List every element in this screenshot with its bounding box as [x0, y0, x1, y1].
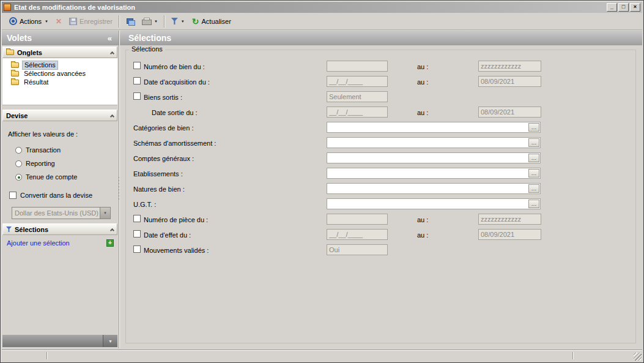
actions-label: Actions [20, 18, 42, 25]
actions-button[interactable]: Actions ▼ [6, 15, 52, 28]
schemas-amortissement-input[interactable]: … [327, 137, 541, 148]
radio-tenue-de-compte[interactable]: Tenue de compte [15, 173, 77, 181]
mouvements-valides-input[interactable]: Oui [327, 244, 388, 255]
close-button[interactable]: × [630, 3, 640, 12]
etablissements-label: Etablissements : [133, 170, 183, 178]
ugt-input[interactable]: … [327, 198, 541, 209]
title-bar: Etat des modifications de valorisation _… [2, 2, 642, 13]
resize-grip[interactable] [634, 353, 642, 361]
convert-devise-checkbox-row[interactable]: Convertir dans la devise [9, 192, 92, 199]
tree-item-resultat[interactable]: Résultat [2, 78, 117, 86]
chevron-down-icon[interactable]: ▼ [100, 208, 110, 219]
filter-icon [171, 18, 178, 24]
date-effet-checkbox[interactable] [133, 230, 141, 238]
form-row-etablissements: Etablissements :… [120, 167, 642, 182]
form-row-mouvements-valides: Mouvements validés :Oui [120, 243, 642, 258]
devise-title: Devise [6, 112, 28, 119]
maximize-button[interactable]: □ [618, 3, 629, 12]
numero-bien-checkbox[interactable] [133, 62, 141, 69]
layers-icon [126, 17, 135, 25]
tree-item-selections-avancees[interactable]: Sélections avancées [2, 69, 117, 78]
natures-bien-ellipsis-button[interactable]: … [528, 184, 539, 193]
date-acquisition-to-input[interactable]: 08/09/2021 [478, 76, 541, 87]
chevron-up-icon [110, 114, 114, 118]
section-onglets[interactable]: Onglets [2, 47, 117, 58]
currency-select[interactable]: Dollar des Etats-Unis (USD) ▼ [12, 207, 111, 219]
chevron-down-icon: ▼ [45, 20, 48, 23]
toolbar-separator [164, 15, 165, 28]
form-row-biens-sortis: Biens sortis :Seulement [120, 90, 642, 105]
tree-item-selections[interactable]: Sélections [2, 61, 117, 69]
onglets-title: Onglets [17, 49, 42, 56]
selections-title: Sélections [15, 226, 48, 233]
mouvements-valides-label: Mouvements validés : [144, 247, 209, 254]
app-icon [4, 4, 11, 11]
ugt-ellipsis-button[interactable]: … [528, 200, 539, 208]
filter-button[interactable]: ▼ [168, 15, 188, 28]
date-effet-from-input[interactable]: __/__/____ [327, 229, 388, 240]
tree-item-label: Résultat [22, 78, 50, 86]
date-sortie-to-input[interactable]: 08/09/2021 [478, 107, 541, 118]
biens-sortis-checkbox[interactable] [133, 92, 141, 100]
numero-piece-checkbox[interactable] [133, 215, 141, 222]
date-sortie-from-input[interactable]: __/__/____ [327, 107, 388, 118]
categories-bien-ellipsis-button[interactable]: … [528, 123, 539, 132]
currency-value: Dollar des Etats-Unis (USD) [15, 209, 100, 217]
radio-label: Tenue de compte [26, 173, 77, 181]
sidebar-bottom-bar[interactable]: ▼ [2, 335, 117, 347]
radio-reporting[interactable]: Reporting [15, 160, 55, 167]
save-button[interactable]: Enregistrer [65, 15, 116, 28]
comptes-generaux-input[interactable]: … [327, 152, 541, 163]
sidebar-header: Volets « [2, 31, 119, 45]
section-devise[interactable]: Devise [2, 110, 117, 121]
date-acquisition-from-input[interactable]: __/__/____ [327, 76, 388, 87]
convert-devise-checkbox[interactable] [9, 192, 17, 199]
save-label: Enregistrer [80, 18, 113, 25]
collapse-sidebar-button[interactable]: « [106, 34, 114, 43]
print-button[interactable]: ▼ [138, 15, 161, 28]
add-icon[interactable]: + [106, 239, 114, 247]
biens-sortis-input[interactable]: Seulement [327, 91, 388, 102]
radio-label: Reporting [26, 160, 55, 167]
natures-bien-label: Natures de bien : [133, 185, 185, 193]
chevron-down-icon[interactable]: ▼ [103, 335, 117, 347]
numero-piece-to-input[interactable]: zzzzzzzzzzzz [478, 214, 541, 225]
numero-bien-au-label: au : [417, 63, 428, 70]
date-sortie-label: Date sortie du : [152, 109, 198, 116]
delete-button[interactable]: ✕ [52, 15, 65, 28]
ugt-label: U.G.T. : [133, 201, 156, 208]
mouvements-valides-checkbox[interactable] [133, 245, 141, 253]
refresh-button[interactable]: ↻ Actualiser [188, 15, 235, 28]
form-row-numero-bien: Numéro de bien du :au :zzzzzzzzzzzz [120, 59, 642, 75]
form-row-date-acquisition: Date d'acquisition du :__/__/____au :08/… [120, 75, 642, 90]
minimize-button[interactable]: _ [607, 3, 617, 12]
natures-bien-input[interactable]: … [327, 183, 541, 194]
numero-bien-from-input[interactable] [327, 61, 388, 72]
app-window: Etat des modifications de valorisation _… [0, 0, 644, 363]
add-selection-link[interactable]: Ajouter une sélection [7, 239, 70, 247]
delete-icon: ✕ [56, 17, 62, 26]
form-row-natures-bien: Natures de bien :… [120, 182, 642, 197]
folder-icon [6, 50, 14, 55]
date-effet-label: Date d'effet du : [144, 231, 191, 239]
chevron-down-icon: ▼ [154, 20, 158, 23]
schemas-amortissement-ellipsis-button[interactable]: … [528, 138, 539, 147]
comptes-generaux-ellipsis-button[interactable]: … [528, 154, 539, 162]
radio-transaction[interactable]: Transaction [15, 146, 61, 154]
numero-bien-to-input[interactable]: zzzzzzzzzzzz [478, 61, 541, 72]
categories-bien-input[interactable]: … [327, 122, 541, 133]
statusbar-divider [572, 352, 574, 359]
chevron-up-icon [110, 51, 114, 55]
etablissements-input[interactable]: … [327, 168, 541, 179]
date-acquisition-checkbox[interactable] [133, 77, 141, 84]
date-effet-to-input[interactable]: 08/09/2021 [478, 229, 541, 240]
toolbar: Actions ▼ ✕ Enregistrer ▼ ▼ ↻ Actualiser [2, 13, 642, 30]
etablissements-ellipsis-button[interactable]: … [528, 169, 539, 178]
numero-piece-from-input[interactable] [327, 214, 388, 225]
folder-icon [11, 80, 19, 85]
layers-button[interactable] [122, 15, 138, 28]
numero-piece-au-label: au : [417, 216, 428, 223]
form-row-ugt: U.G.T. :… [120, 197, 642, 212]
section-selections[interactable]: Sélections [2, 223, 117, 235]
form-row-schemas-amortissement: Schémas d'amortissement :… [120, 136, 642, 151]
